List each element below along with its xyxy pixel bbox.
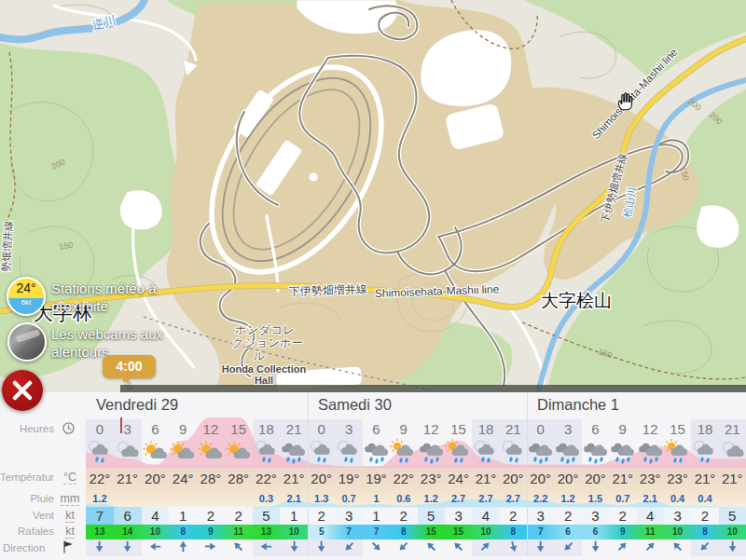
temp-value: 19° xyxy=(363,466,390,491)
hour-cell[interactable]: 6 xyxy=(582,419,609,440)
wind-direction-cell xyxy=(308,540,335,556)
weather-icon-cell[interactable] xyxy=(418,439,445,466)
hour-cell[interactable]: 3 xyxy=(554,419,581,440)
wind-direction-arrow xyxy=(149,540,161,553)
hour-cell[interactable]: 12 xyxy=(418,419,445,440)
hour-cell[interactable]: 12 xyxy=(197,419,225,440)
weather-icon-cell[interactable] xyxy=(637,439,664,466)
hour-cell[interactable]: 15 xyxy=(225,419,253,440)
weather-icon-cell[interactable] xyxy=(472,439,499,466)
hour-cell[interactable]: 18 xyxy=(691,419,718,440)
hall-label-jp-line1: ホンダコレ xyxy=(235,323,295,336)
stations-meteo-label[interactable]: Stations météo à proximité xyxy=(51,280,193,315)
day-header[interactable]: Samedi 30 xyxy=(318,396,392,414)
hour-cell[interactable]: 18 xyxy=(472,419,499,440)
hour-cell[interactable]: 21 xyxy=(719,419,746,440)
wind-value: 2 xyxy=(390,507,417,525)
gust-value: 9 xyxy=(197,525,225,540)
hour-cell[interactable]: 3 xyxy=(335,419,362,440)
clock-icon[interactable] xyxy=(62,421,76,435)
weather-icon-cell[interactable] xyxy=(691,439,718,466)
wind-direction-cell xyxy=(225,540,253,556)
hour-cell[interactable]: 15 xyxy=(445,419,472,440)
wind-value: 1 xyxy=(280,507,308,525)
weather-icon-cell[interactable] xyxy=(114,439,142,466)
wind-direction-cell xyxy=(253,540,281,556)
gust-value: 10 xyxy=(280,525,308,540)
unit-kt-wind[interactable]: kt xyxy=(58,509,82,523)
hour-cell[interactable]: 9 xyxy=(609,419,636,440)
station-temp-badge[interactable]: 24° 6kt xyxy=(7,277,46,316)
close-button[interactable] xyxy=(2,370,43,411)
rain-value: 1 xyxy=(363,491,390,507)
wind-direction-arrow xyxy=(232,540,244,553)
rain-night-icon xyxy=(253,439,281,467)
weather-icon-cell[interactable] xyxy=(719,439,746,466)
hand-cursor-icon xyxy=(614,89,638,113)
day-header[interactable]: Dimanche 1 xyxy=(537,396,619,414)
wind-value: 5 xyxy=(418,507,445,525)
wind-direction-cell xyxy=(691,540,718,556)
weather-icon-cell[interactable] xyxy=(527,439,554,466)
weather-icon-cell[interactable] xyxy=(169,439,197,466)
unit-celsius[interactable]: °C xyxy=(58,471,82,485)
wind-direction-cell xyxy=(527,540,554,556)
weather-icon-cell[interactable] xyxy=(280,439,308,466)
wind-direction-cell xyxy=(472,540,499,556)
day-separator xyxy=(527,392,528,556)
weather-icon-cell[interactable] xyxy=(308,439,335,466)
hour-cell[interactable]: 18 xyxy=(253,419,281,440)
weather-icon-cell[interactable] xyxy=(500,439,527,466)
hall-label-jp-line2: クションホー xyxy=(232,336,303,349)
weather-icon-cell[interactable] xyxy=(142,439,170,466)
temp-value: 23° xyxy=(637,466,664,491)
hour-cell[interactable]: 0 xyxy=(86,419,114,440)
rain-value: 1.2 xyxy=(418,491,445,507)
weather-icon-cell[interactable] xyxy=(225,439,253,466)
hour-cell[interactable]: 12 xyxy=(637,419,664,440)
weather-icon-cell[interactable] xyxy=(609,439,636,466)
weather-icon-cell[interactable] xyxy=(335,439,362,466)
rain-heavy-icon xyxy=(418,439,446,467)
panel-top-scrollbar[interactable] xyxy=(120,385,746,392)
hour-cell[interactable]: 21 xyxy=(280,419,308,440)
wind-direction-cell xyxy=(664,540,691,556)
weather-icon-cell[interactable] xyxy=(582,439,609,466)
wind-direction-cell xyxy=(609,540,636,556)
weather-icon-cell[interactable] xyxy=(197,439,225,466)
forecast-day: Dimanche 1020°2.237320°1.226620°1.536921… xyxy=(527,392,746,556)
weather-icon-cell[interactable] xyxy=(445,439,472,466)
gust-value: 10 xyxy=(472,525,499,540)
rain-value: 1.3 xyxy=(308,491,335,507)
weather-icon-cell[interactable] xyxy=(86,439,114,466)
weather-icon-cell[interactable] xyxy=(664,439,691,466)
hour-cell[interactable]: 21 xyxy=(500,419,527,440)
rain-night-icon xyxy=(500,439,528,467)
day-header[interactable]: Vendredi 29 xyxy=(96,396,178,414)
sun-cloud-icon xyxy=(225,439,253,467)
webcam-thumbnail[interactable] xyxy=(7,322,47,362)
weather-icon-cell[interactable] xyxy=(363,439,390,466)
hour-cell[interactable]: 9 xyxy=(169,419,197,440)
hour-cell[interactable]: 9 xyxy=(390,419,417,440)
gust-value: 10 xyxy=(664,525,691,540)
weather-icon-cell[interactable] xyxy=(253,439,281,466)
forecast-day: Vendredi 29022°1.2713321°614620°410924°1… xyxy=(86,392,308,556)
weather-icon-cell[interactable] xyxy=(390,439,417,466)
hour-cell[interactable]: 6 xyxy=(142,419,170,440)
hour-cell[interactable]: 6 xyxy=(363,419,390,440)
weather-icon-cell[interactable] xyxy=(554,439,581,466)
unit-kt-gust[interactable]: kt xyxy=(58,525,82,539)
wind-direction-cell xyxy=(280,540,308,556)
hour-cell[interactable]: 0 xyxy=(308,419,335,440)
unit-mm[interactable]: mm xyxy=(58,492,82,506)
wind-value: 2 xyxy=(197,507,225,525)
hour-cell[interactable]: 15 xyxy=(664,419,691,440)
hour-cell[interactable]: 0 xyxy=(527,419,554,440)
wind-flag-icon xyxy=(62,540,76,553)
gust-value: 13 xyxy=(253,525,281,540)
hour-cell[interactable]: 3 xyxy=(114,419,142,440)
rain-value xyxy=(197,491,225,507)
gust-value: 10 xyxy=(719,525,746,540)
rain-night-icon xyxy=(691,439,719,467)
